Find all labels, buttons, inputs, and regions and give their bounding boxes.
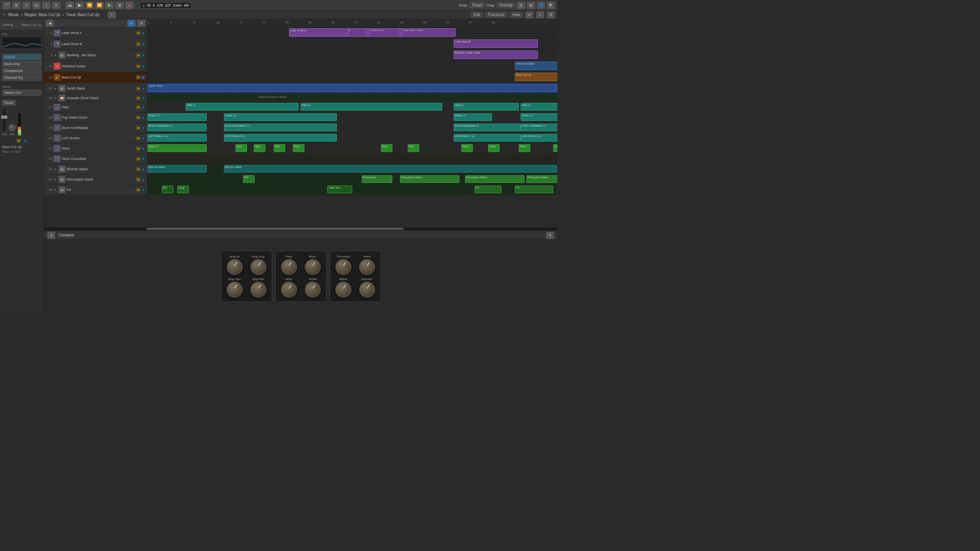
clip-toms-4[interactable]: Tom	[274, 144, 285, 152]
clip-fx-3[interactable]: Laser Sw...	[327, 186, 352, 193]
solo-63[interactable]: S	[141, 177, 145, 182]
compressor-plugin[interactable]: Compressor	[2, 68, 41, 74]
add-track-button[interactable]: +	[108, 11, 116, 19]
clip-snare-4[interactable]: Snare 🔊	[521, 113, 557, 121]
cursor-icon[interactable]: ↖	[536, 11, 544, 19]
track-content-50[interactable]: LoFi Drums 1 🔊 LoFi Drums 2 🔊 LoFi Drums…	[147, 133, 557, 143]
track-content-47[interactable]: Hats 🔊 Hats 🔊 Hats 🔊 Hats 🔊	[147, 102, 557, 112]
mute-btn[interactable]: M	[16, 139, 21, 143]
amp-rel-knob[interactable]	[250, 282, 266, 298]
gain-knob[interactable]	[281, 259, 297, 275]
pause-button[interactable]: ⏸	[115, 2, 124, 9]
stereo-out-send[interactable]: Stereo Out	[2, 90, 41, 96]
treble-knob[interactable]	[305, 282, 321, 298]
solo-51[interactable]: S	[141, 146, 145, 151]
mute-46[interactable]: M	[136, 96, 140, 100]
mute-51[interactable]: M	[136, 146, 140, 151]
threshold-knob[interactable]	[335, 259, 351, 275]
clip-perc-1[interactable]: Prc	[243, 175, 255, 183]
amp-dcg-knob[interactable]	[250, 259, 266, 275]
mute-47[interactable]: M	[136, 105, 140, 109]
h-scrollbar[interactable]	[44, 227, 557, 230]
rewind-button[interactable]: ⏪	[85, 2, 94, 9]
clip-hats-3[interactable]: Hats 🔊	[454, 103, 519, 111]
track-content-3[interactable]: Backing Vocals Stack	[147, 50, 557, 60]
amp-at-knob[interactable]	[227, 259, 243, 275]
clip-hats-1[interactable]: Hats 🔊	[186, 103, 299, 111]
mute-1[interactable]: M	[136, 31, 140, 35]
clip-backing-1[interactable]: Backing Vocals Stack	[454, 51, 538, 59]
solo-53[interactable]: S	[141, 167, 145, 171]
clip-basscut-1[interactable]: Bass Cut Up	[515, 73, 557, 81]
clip-oh-3[interactable]: Drum Overheads 🔊	[454, 124, 521, 131]
mute-49[interactable]: M	[136, 126, 140, 130]
clip-lofi-3[interactable]: LoFi Drums 1 🔊	[454, 134, 521, 142]
clip-lofi-2[interactable]: LoFi Drums 2 🔊	[224, 134, 337, 142]
score-icon[interactable]: ♩	[42, 2, 51, 9]
clip-toms-6[interactable]: Tom	[381, 144, 392, 152]
mute-52[interactable]: M	[136, 156, 140, 161]
search-icon[interactable]: 🔍	[547, 2, 555, 9]
bass-knob[interactable]	[305, 259, 321, 275]
clip-snare-2[interactable]: Snare 🔊	[224, 113, 337, 121]
loop-icon[interactable]: ↺	[547, 11, 555, 19]
solo-20[interactable]: S	[141, 75, 145, 80]
attack-knob[interactable]	[335, 282, 351, 298]
clip-fx-5[interactable]: FX	[515, 186, 553, 193]
track-content-52[interactable]	[147, 154, 557, 164]
clip-lofi-1[interactable]: LoFi Drums 1 🔊	[147, 134, 207, 142]
pan-knob[interactable]	[8, 124, 16, 132]
midi-icon[interactable]: M	[32, 2, 41, 9]
clip-toms-11[interactable]: Toms	[553, 144, 557, 152]
track-content-2[interactable]: Lead Vocal B	[147, 39, 557, 49]
track-content-1[interactable]: Lead Vocal A B Lead Vocal A Lead Vocal A…	[147, 28, 557, 38]
settings-icon[interactable]: ⚙	[12, 2, 21, 9]
solo-3[interactable]: S	[141, 53, 145, 57]
clip-fx-1[interactable]: Bot	[162, 186, 173, 193]
read-button[interactable]: Read	[2, 100, 16, 106]
clip-oh-1[interactable]: Drum Overheads 🔊	[147, 124, 207, 131]
ratio-knob[interactable]	[359, 259, 375, 275]
functions-button[interactable]: Functions	[485, 12, 507, 18]
mute-21[interactable]: M	[136, 86, 140, 91]
clip-eldrum-1[interactable]: ElDrum Stack	[147, 165, 207, 173]
solo-69[interactable]: S	[141, 187, 145, 192]
expand-53[interactable]: ▼	[54, 167, 57, 171]
movie-icon[interactable]: 🎬	[2, 2, 11, 9]
clip-oh-2[interactable]: Drum Overheads 🔊	[224, 124, 337, 131]
clip-toms-2[interactable]: Tom	[235, 144, 247, 152]
record-button[interactable]: ●	[125, 2, 134, 9]
clip-hats-4[interactable]: Hats 🔊	[521, 103, 557, 111]
x-icon[interactable]: ✕	[52, 2, 60, 9]
expand-21[interactable]: ▼	[54, 86, 57, 90]
expand-3[interactable]: ▼	[54, 53, 57, 57]
pencil-icon[interactable]: ✏	[525, 11, 534, 19]
track-content-46[interactable]: Acoustic Drum Stack	[147, 94, 557, 102]
solo-50[interactable]: S	[141, 136, 145, 140]
clip-vocal-a-3[interactable]: Lead Vocal A	[369, 28, 400, 37]
solo-2[interactable]: S	[141, 42, 145, 46]
help-icon[interactable]: ?	[22, 2, 31, 9]
bass-amp-plugin[interactable]: Bass Amp	[2, 61, 41, 67]
amp-sus-knob[interactable]	[227, 282, 243, 298]
clip-vocal-b-1[interactable]: Lead Vocal B	[454, 39, 538, 48]
browser-icon[interactable]: ⊞	[527, 2, 535, 9]
drag-value[interactable]: Overlap	[497, 2, 515, 8]
mute-50[interactable]: M	[136, 136, 140, 140]
clip-vocal-a-4[interactable]: Lead Vocal A: Toke 1	[402, 28, 456, 37]
channel-eq-plugin[interactable]: Channel EQ	[2, 75, 41, 81]
track-content-53[interactable]: ElDrum Stack ElDrum Stack	[147, 164, 557, 174]
track-content-19[interactable]: Distorted Guitar	[147, 61, 557, 72]
plugin-info-btn[interactable]: ℹ	[47, 231, 56, 239]
play-pause-button[interactable]: ▶	[105, 2, 114, 9]
mids-knob[interactable]	[281, 282, 297, 298]
clip-snare-3[interactable]: Snare 🔊	[454, 113, 492, 121]
clip-snare-1[interactable]: Snare 🔊	[147, 113, 207, 121]
clip-synth-stack[interactable]: Synth Stack	[147, 84, 557, 92]
project-expand[interactable]: ▼	[2, 13, 6, 17]
solo-19[interactable]: S	[141, 64, 145, 68]
go-start-button[interactable]: ⏮	[65, 2, 74, 9]
mute-19[interactable]: M	[136, 64, 140, 68]
loop-region-btn[interactable]: H	[127, 20, 136, 27]
mute-2[interactable]: M	[136, 42, 140, 46]
